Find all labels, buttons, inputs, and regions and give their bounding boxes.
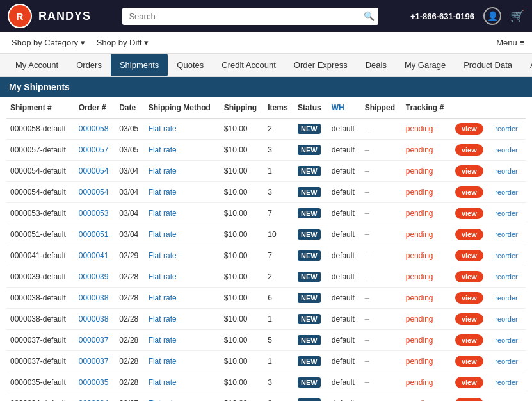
view-button[interactable]: view (455, 334, 483, 346)
menu-button[interactable]: Menu ≡ (496, 38, 524, 47)
cell-view[interactable]: view (451, 309, 490, 330)
reorder-button[interactable]: reorder (494, 208, 519, 218)
cell-order[interactable]: 0000034 (75, 393, 115, 402)
cart-icon[interactable]: 🛒 (510, 9, 524, 23)
cell-method[interactable]: Flat rate (145, 372, 220, 393)
user-icon[interactable]: 👤 (483, 7, 501, 25)
cell-reorder[interactable]: reorder (490, 393, 526, 402)
view-button[interactable]: view (455, 377, 483, 388)
tab-credit-account[interactable]: Credit Account (213, 54, 285, 76)
reorder-button[interactable]: reorder (494, 124, 519, 134)
tab-my-garage[interactable]: My Garage (396, 54, 455, 76)
cell-order[interactable]: 0000051 (75, 224, 115, 245)
cell-reorder[interactable]: reorder (490, 351, 526, 372)
cell-reorder[interactable]: reorder (490, 224, 526, 245)
cell-order[interactable]: 0000039 (75, 266, 115, 288)
reorder-button[interactable]: reorder (494, 229, 519, 240)
tab-deals[interactable]: Deals (357, 54, 396, 76)
reorder-button[interactable]: reorder (494, 293, 519, 303)
cell-method[interactable]: Flat rate (145, 161, 220, 182)
cell-view[interactable]: view (451, 119, 490, 140)
view-button[interactable]: view (455, 271, 483, 282)
cell-method[interactable]: Flat rate (145, 309, 220, 330)
cell-reorder[interactable]: reorder (490, 372, 526, 393)
cell-view[interactable]: view (451, 393, 490, 402)
reorder-button[interactable]: reorder (494, 398, 519, 401)
cell-method[interactable]: Flat rate (145, 119, 220, 140)
view-button[interactable]: view (455, 356, 483, 367)
reorder-button[interactable]: reorder (494, 272, 519, 282)
cell-view[interactable]: view (451, 351, 490, 372)
view-button[interactable]: view (455, 398, 483, 401)
cell-reorder[interactable]: reorder (490, 203, 526, 224)
cell-reorder[interactable]: reorder (490, 140, 526, 161)
cell-reorder[interactable]: reorder (490, 288, 526, 309)
tab-address[interactable]: Address (521, 54, 532, 76)
search-button[interactable]: 🔍 (364, 11, 375, 21)
cell-order[interactable]: 0000037 (75, 330, 115, 351)
view-button[interactable]: view (455, 165, 483, 177)
cell-method[interactable]: Flat rate (145, 182, 220, 203)
reorder-button[interactable]: reorder (494, 187, 519, 197)
tab-my-account[interactable]: My Account (6, 54, 67, 76)
cell-view[interactable]: view (451, 224, 490, 245)
reorder-button[interactable]: reorder (494, 377, 519, 388)
view-button[interactable]: view (455, 229, 483, 240)
view-button[interactable]: view (455, 144, 483, 156)
reorder-button[interactable]: reorder (494, 250, 519, 261)
tab-quotes[interactable]: Quotes (168, 54, 213, 76)
view-button[interactable]: view (455, 186, 483, 198)
reorder-button[interactable]: reorder (494, 314, 519, 324)
cell-view[interactable]: view (451, 330, 490, 351)
view-button[interactable]: view (455, 250, 483, 261)
cell-reorder[interactable]: reorder (490, 309, 526, 330)
cell-order[interactable]: 0000053 (75, 203, 115, 224)
cell-method[interactable]: Flat rate (145, 203, 220, 224)
cell-view[interactable]: view (451, 288, 490, 309)
cell-reorder[interactable]: reorder (490, 182, 526, 203)
tab-orders[interactable]: Orders (67, 54, 111, 76)
reorder-button[interactable]: reorder (494, 356, 519, 366)
cell-view[interactable]: view (451, 245, 490, 266)
reorder-button[interactable]: reorder (494, 166, 519, 176)
tab-order-express[interactable]: Order Express (285, 54, 357, 76)
cell-view[interactable]: view (451, 140, 490, 161)
reorder-button[interactable]: reorder (494, 335, 519, 345)
cell-method[interactable]: Flat rate (145, 351, 220, 372)
reorder-button[interactable]: reorder (494, 145, 519, 155)
cell-order[interactable]: 0000037 (75, 351, 115, 372)
cell-order[interactable]: 0000038 (75, 288, 115, 309)
cell-method[interactable]: Flat rate (145, 393, 220, 402)
cell-order[interactable]: 0000058 (75, 119, 115, 140)
cell-method[interactable]: Flat rate (145, 140, 220, 161)
cell-view[interactable]: view (451, 266, 490, 288)
cell-reorder[interactable]: reorder (490, 245, 526, 266)
cell-order[interactable]: 0000041 (75, 245, 115, 266)
cell-order[interactable]: 0000054 (75, 161, 115, 182)
cell-method[interactable]: Flat rate (145, 266, 220, 288)
cell-reorder[interactable]: reorder (490, 119, 526, 140)
view-button[interactable]: view (455, 208, 483, 219)
cell-reorder[interactable]: reorder (490, 330, 526, 351)
tab-product-data[interactable]: Product Data (455, 54, 521, 76)
cell-method[interactable]: Flat rate (145, 224, 220, 245)
cell-reorder[interactable]: reorder (490, 266, 526, 288)
shop-by-category-button[interactable]: Shop by Category ▾ (8, 37, 89, 49)
view-button[interactable]: view (455, 313, 483, 325)
cell-order[interactable]: 0000035 (75, 372, 115, 393)
cell-view[interactable]: view (451, 182, 490, 203)
cell-method[interactable]: Flat rate (145, 288, 220, 309)
cell-view[interactable]: view (451, 372, 490, 393)
view-button[interactable]: view (455, 292, 483, 304)
search-input[interactable] (122, 8, 378, 25)
cell-method[interactable]: Flat rate (145, 245, 220, 266)
cell-order[interactable]: 0000057 (75, 140, 115, 161)
cell-order[interactable]: 0000038 (75, 309, 115, 330)
shop-by-diff-button[interactable]: Shop by Diff ▾ (93, 37, 152, 49)
cell-order[interactable]: 0000054 (75, 182, 115, 203)
cell-method[interactable]: Flat rate (145, 330, 220, 351)
cell-reorder[interactable]: reorder (490, 161, 526, 182)
tab-shipments[interactable]: Shipments (111, 54, 168, 76)
view-button[interactable]: view (455, 123, 483, 135)
cell-view[interactable]: view (451, 203, 490, 224)
